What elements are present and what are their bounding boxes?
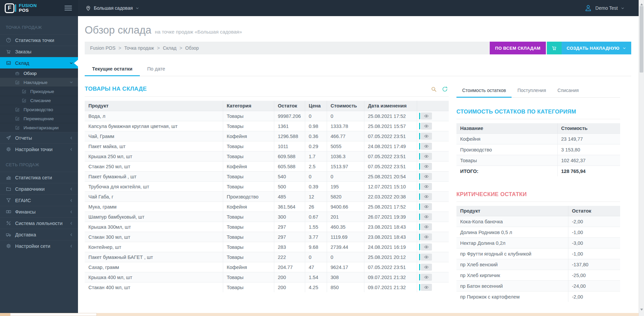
cell-qty: 222 (274, 252, 305, 262)
tab[interactable]: Стоимость остатков (456, 86, 512, 97)
vertical-scrollbar[interactable] (639, 0, 644, 316)
chevron-down-icon (622, 46, 626, 50)
cell-cost: 460.35 (327, 222, 364, 232)
location-selector[interactable]: Большая садовая (85, 5, 139, 11)
search-icon[interactable] (431, 86, 437, 92)
tab[interactable]: Поступления (512, 86, 552, 97)
sidebar-item[interactable]: Обзор (0, 69, 78, 78)
sidebar-item[interactable]: Списание (0, 96, 78, 105)
cell-qty: 297 (274, 232, 305, 242)
cell-category: Товары (223, 151, 274, 162)
row-accent-bar (419, 143, 420, 149)
sidebar-item[interactable]: Склад (0, 57, 78, 69)
menu-toggle-button[interactable] (64, 4, 73, 12)
invoice-icon (22, 89, 27, 94)
all-warehouses-button[interactable]: ПО ВСЕМ СКЛАДАМ (490, 42, 546, 54)
sidebar-item[interactable]: Справочники (0, 183, 78, 194)
horizontal-scrollbar-thumb[interactable] (10, 313, 97, 316)
sidebar-item[interactable]: Финансы (0, 206, 78, 217)
create-invoice-button[interactable]: СОЗДАТЬ НАКЛАДНУЮ (562, 42, 631, 54)
cell-product: Пакет бумажный БАГЕТ , шт (85, 252, 223, 262)
cell-product: Сахар, грамм (85, 262, 223, 272)
chevron-down-icon (69, 80, 73, 84)
tab[interactable]: Текущие остатки (85, 63, 140, 76)
critical-stock-row: Нектар Долина 0,2л -3,00 (456, 238, 620, 249)
cell-category: Товары (223, 242, 274, 252)
breadcrumb-item[interactable]: Обзор (176, 45, 199, 51)
view-product-button[interactable] (421, 183, 432, 190)
sidebar-item[interactable]: Настройки точки (0, 143, 78, 155)
sidebar-item[interactable]: Приходные (0, 87, 78, 96)
sidebar-item[interactable]: Статистика сети (0, 172, 78, 183)
cell-price: 3.77 (305, 232, 327, 242)
view-product-button[interactable] (421, 173, 432, 180)
view-product-button[interactable] (421, 163, 432, 170)
critical-stock-row: пр Батон весенний -24,00 (456, 281, 620, 291)
column-header-qty: Остаток (274, 101, 305, 111)
view-product-button[interactable] (421, 233, 432, 240)
cell-price: 1.55 (305, 222, 327, 232)
scroll-down-arrow[interactable] (640, 309, 643, 312)
cell-product: Вода, л (85, 111, 223, 121)
cart-button[interactable] (547, 42, 562, 54)
stock-row: Вода, л Товары 99987.206 0 0 25.08.2021 … (85, 111, 449, 121)
view-product-button[interactable] (421, 213, 432, 220)
app-header: F FUSION POS Большая садовая Demo Test (0, 0, 644, 16)
sidebar-item[interactable]: Накладные (0, 78, 78, 87)
cell-product: Контейнер, шт (85, 242, 223, 252)
tab[interactable]: Списания (552, 86, 585, 97)
breadcrumb-item[interactable]: Fusion POS (90, 45, 115, 51)
view-product-button[interactable] (421, 153, 432, 160)
sidebar-item[interactable]: Перемещение (0, 114, 78, 123)
cell-category: Товары (223, 182, 274, 192)
invoice-icon (15, 125, 20, 130)
eye-icon (424, 244, 429, 250)
view-product-button[interactable] (421, 193, 432, 200)
horizontal-scrollbar[interactable] (0, 313, 639, 316)
scroll-up-arrow[interactable] (640, 2, 643, 5)
view-product-button[interactable] (421, 143, 432, 150)
stock-panel-header: ТОВАРЫ НА СКЛАДЕ (85, 86, 449, 97)
eye-icon (424, 194, 429, 199)
tab[interactable]: По дате (140, 63, 172, 76)
sidebar-item[interactable]: Доставка (0, 229, 78, 240)
cell-qty: 1011 (274, 141, 305, 151)
column-header-price: Цена (305, 101, 327, 111)
view-product-button[interactable] (421, 264, 432, 271)
sidebar-item[interactable]: ЕГАИС (0, 194, 78, 206)
sidebar-item[interactable]: Настройки сети (0, 240, 78, 252)
sidebar-item[interactable]: Заказы (0, 46, 78, 57)
view-product-button[interactable] (421, 203, 432, 210)
user-menu[interactable]: Demo Test (584, 4, 625, 12)
cell-actions (417, 282, 449, 292)
view-product-button[interactable] (421, 112, 432, 120)
cell-date: 07.05.2022 23:51 (364, 262, 417, 272)
sidebar-item[interactable]: Отчеты (0, 132, 78, 143)
cell-qty: 609.588 (274, 151, 305, 162)
sidebar-item[interactable]: Производство (0, 105, 78, 114)
eye-icon (424, 275, 429, 280)
cell-qty: -137,80 (568, 259, 620, 270)
cell-product: Кока-Кола баночка (456, 216, 568, 227)
view-product-button[interactable] (421, 274, 432, 281)
breadcrumb-item[interactable]: Точка продаж (115, 45, 154, 51)
sidebar-item[interactable]: Статистика точки (0, 34, 78, 46)
stock-row: Стакан 300 мл, шт Товары 297 3.77 1119.6… (85, 232, 449, 242)
sidebar-item[interactable]: Система лояльности (0, 217, 78, 229)
sidebar-item-label: Доставка (15, 232, 36, 237)
cell-date: 22.03.2022 20:38 (364, 192, 417, 202)
view-product-button[interactable] (421, 254, 432, 261)
sidebar-item[interactable]: Инвентаризации (0, 123, 78, 132)
view-product-button[interactable] (421, 223, 432, 230)
view-product-button[interactable] (421, 123, 432, 130)
invoice-icon (22, 98, 27, 103)
cell-product: Пакет бумажный , шт (85, 172, 223, 182)
view-product-button[interactable] (421, 133, 432, 140)
view-product-button[interactable] (421, 243, 432, 251)
vertical-scrollbar-thumb[interactable] (640, 6, 643, 73)
view-product-button[interactable] (421, 284, 432, 291)
breadcrumb-item[interactable]: Склад (154, 45, 176, 51)
refresh-icon[interactable] (442, 86, 448, 92)
reports-icon (6, 135, 11, 141)
cell-date: 24.08.2021 17:49 (364, 141, 417, 151)
